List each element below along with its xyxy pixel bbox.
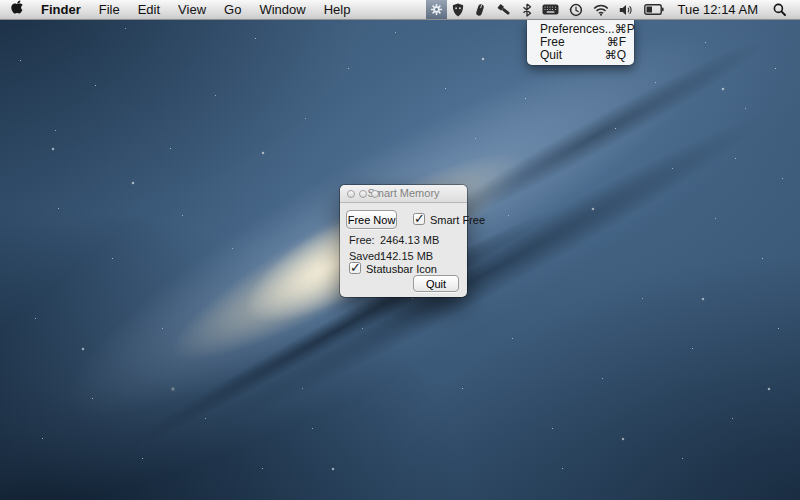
traffic-lights — [347, 190, 379, 198]
smart-free-checkbox[interactable]: ✓ — [413, 213, 425, 225]
free-value: 2464.13 MB — [380, 234, 439, 246]
menu-item-quit[interactable]: Quit ⌘Q — [527, 48, 634, 61]
menu-bar-clock[interactable]: Tue 12:14 AM — [669, 0, 766, 19]
smart-free-label: Smart Free — [430, 214, 485, 226]
minimize-button[interactable] — [359, 190, 367, 198]
keyboard-icon[interactable] — [537, 0, 564, 19]
menu-item-label: Free — [540, 35, 565, 49]
menu-file[interactable]: File — [90, 0, 129, 19]
close-button[interactable] — [347, 190, 355, 198]
statusbar-icon-label: Statusbar Icon — [366, 263, 437, 275]
window-content: Free Now ✓ Smart Free Free: 2464.13 MB S… — [340, 203, 467, 296]
volume-icon[interactable] — [614, 0, 639, 19]
menu-window[interactable]: Window — [250, 0, 314, 19]
shield-status-icon[interactable] — [447, 0, 469, 19]
free-now-button[interactable]: Free Now — [346, 210, 397, 229]
statusbar-icon-checkbox[interactable]: ✓ — [349, 262, 361, 274]
zoom-button[interactable] — [371, 190, 379, 198]
apple-menu[interactable] — [0, 0, 32, 19]
menu-item-label: Preferences... — [540, 22, 615, 36]
menu-item-free[interactable]: Free ⌘F — [527, 35, 634, 48]
menu-item-shortcut: ⌘F — [607, 35, 626, 49]
smart-memory-window: Smart Memory Free Now ✓ Smart Free Free:… — [340, 185, 467, 297]
menu-edit[interactable]: Edit — [129, 0, 169, 19]
bluetooth-icon[interactable] — [517, 0, 537, 19]
saved-value: 142.15 MB — [380, 250, 433, 262]
menu-item-preferences[interactable]: Preferences... ⌘P — [527, 22, 634, 35]
menu-item-shortcut: ⌘Q — [605, 48, 626, 62]
menu-go[interactable]: Go — [215, 0, 250, 19]
flashlight-status-icon[interactable] — [491, 0, 517, 19]
menu-finder[interactable]: Finder — [32, 0, 90, 19]
quit-button[interactable]: Quit — [413, 275, 459, 292]
menu-bar-status-area: Tue 12:14 AM — [426, 0, 800, 19]
menu-item-label: Quit — [540, 48, 562, 62]
window-titlebar[interactable]: Smart Memory — [340, 185, 467, 203]
free-label: Free: — [349, 234, 375, 246]
menu-help[interactable]: Help — [315, 0, 360, 19]
spotlight-icon[interactable] — [766, 0, 800, 19]
time-machine-icon[interactable] — [564, 0, 588, 19]
menu-item-shortcut: ⌘P — [615, 22, 635, 36]
apple-icon — [11, 0, 23, 19]
status-menu: Preferences... ⌘P Free ⌘F Quit ⌘Q — [527, 20, 634, 65]
smart-memory-status-icon[interactable] — [426, 0, 447, 19]
battery-icon[interactable] — [639, 0, 669, 19]
menu-bar-left: Finder File Edit View Go Window Help — [0, 0, 359, 19]
mouse-status-icon[interactable] — [469, 0, 491, 19]
wifi-icon[interactable] — [588, 0, 614, 19]
menu-view[interactable]: View — [169, 0, 215, 19]
menu-bar: Finder File Edit View Go Window Help — [0, 0, 800, 20]
